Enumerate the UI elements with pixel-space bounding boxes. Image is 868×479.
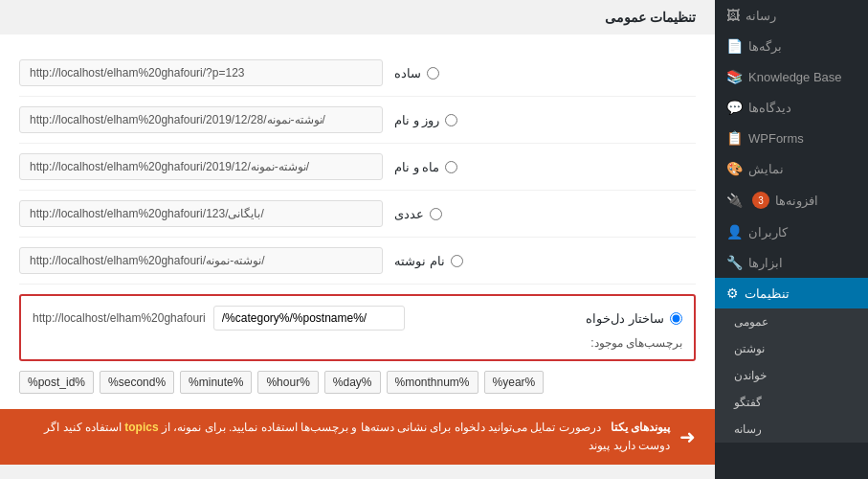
submenu-general-label: عمومی <box>734 315 768 329</box>
bottom-bar: ➜ پیوندهای یکتا درصورت تمایل می‌توانید د… <box>0 409 715 465</box>
tag-post-id[interactable]: %post_id% <box>19 371 94 394</box>
tag-monthnum[interactable]: %monthnum% <box>387 371 479 394</box>
sidebar-item-settings[interactable]: تنظیمات ⚙ <box>715 278 868 308</box>
permalink-row-simple: ساده http://localhost/elham%20ghafouri/?… <box>19 50 696 97</box>
media-icon: 🖼 <box>726 8 740 23</box>
tools-icon: 🔧 <box>726 255 743 270</box>
url-month-name: http://localhost/elham%20ghafouri/2019/1… <box>19 153 383 180</box>
url-simple: http://localhost/elham%20ghafouri/?p=123 <box>19 59 383 86</box>
sidebar-item-pages[interactable]: برگه‌ها 📄 <box>715 31 868 61</box>
tag-day[interactable]: %day% <box>324 371 381 394</box>
submenu-media-label: رسانه <box>734 422 762 436</box>
sidebar-item-label: نمایش <box>748 162 784 176</box>
dashboards-icon: 💬 <box>726 100 743 115</box>
sidebar-item-media[interactable]: رسانه 🖼 <box>715 0 868 31</box>
sidebar-item-label: برگه‌ها <box>748 39 782 54</box>
radio-simple[interactable] <box>427 67 439 80</box>
sidebar-item-label: کاربران <box>748 225 788 240</box>
settings-icon: ⚙ <box>726 285 739 301</box>
custom-row-top: ساختار دل‌خواه http://localhost/elham%20… <box>33 306 682 331</box>
sidebar-submenu-writing[interactable]: نوشتن <box>715 335 868 362</box>
tag-minute[interactable]: %minute% <box>180 371 252 394</box>
submenu-discussion-label: گفتگو <box>734 396 762 409</box>
sidebar-item-label: WPForms <box>748 131 804 146</box>
sidebar-item-label: Knowledge Base <box>748 70 842 84</box>
sidebar-item-label: تنظیمات <box>745 286 790 301</box>
sidebar-item-appearance[interactable]: نمایش 🎨 <box>715 153 868 184</box>
sidebar-item-wpforms[interactable]: WPForms 📋 <box>715 123 868 153</box>
label-simple: ساده <box>394 66 490 80</box>
sidebar-item-dashboards[interactable]: دیدگاه‌ها 💬 <box>715 92 868 123</box>
radio-post-name[interactable] <box>451 255 463 267</box>
label-month-name: ماه و نام <box>394 160 490 174</box>
tag-second[interactable]: %second% <box>100 371 174 394</box>
label-numeric: عددی <box>394 207 490 221</box>
radio-month-name[interactable] <box>445 161 457 173</box>
tags-row: %post_id% %second% %minute% %hour% %day%… <box>19 371 696 394</box>
sidebar-submenu-reading[interactable]: خواندن <box>715 362 868 389</box>
wpforms-icon: 📋 <box>726 130 743 146</box>
sidebar-item-label: ابزارها <box>748 256 783 270</box>
label-post-name: نام نوشته <box>394 254 490 268</box>
settings-submenu: عمومی نوشتن خواندن گفتگو رسانه <box>715 308 868 443</box>
page-title: تنظیمات عمومی <box>605 10 696 25</box>
radio-day-name[interactable] <box>445 114 457 126</box>
sidebar-submenu-discussion[interactable]: گفتگو <box>715 389 868 416</box>
submenu-writing-label: نوشتن <box>734 342 765 355</box>
main-content: تنظیمات عمومی ساده http://localhost/elha… <box>0 0 715 479</box>
url-day-name: http://localhost/elham%20ghafouri/2019/1… <box>19 106 383 133</box>
sidebar-item-plugins[interactable]: افزونه‌ها 3 🔌 <box>715 184 868 217</box>
settings-header: تنظیمات عمومی <box>0 0 715 34</box>
sidebar-item-label: افزونه‌ها <box>775 194 818 208</box>
sidebar-item-tools[interactable]: ابزارها 🔧 <box>715 247 868 278</box>
plugins-icon: 🔌 <box>726 193 743 208</box>
content-area: ساده http://localhost/elham%20ghafouri/?… <box>0 34 715 409</box>
bottom-text: پیوندهای یکتا درصورت تمایل می‌توانید دلخ… <box>19 419 670 455</box>
permalink-row-month-name: ماه و نام http://localhost/elham%20ghafo… <box>19 144 696 191</box>
sidebar-item-knowledge-base[interactable]: Knowledge Base 📚 <box>715 61 868 92</box>
available-tags-label: برچسب‌های موجود: <box>33 336 682 350</box>
sidebar-submenu-media[interactable]: رسانه <box>715 416 868 443</box>
submenu-reading-label: خواندن <box>734 369 767 382</box>
sidebar-item-label: دیدگاه‌ها <box>748 101 791 115</box>
custom-structure-row: ساختار دل‌خواه http://localhost/elham%20… <box>19 294 696 361</box>
pages-icon: 📄 <box>726 38 743 54</box>
sidebar: رسانه 🖼 برگه‌ها 📄 Knowledge Base 📚 دیدگا… <box>715 0 868 479</box>
permalink-row-post-name: نام نوشته http://localhost/elham%20ghafo… <box>19 238 696 285</box>
sidebar-item-label: رسانه <box>746 9 776 23</box>
appearance-icon: 🎨 <box>726 161 743 176</box>
sidebar-item-users[interactable]: کاربران 👤 <box>715 217 868 247</box>
permalink-row-day-name: روز و نام http://localhost/elham%20ghafo… <box>19 97 696 144</box>
plugins-badge: 3 <box>752 192 769 209</box>
users-icon: 👤 <box>726 224 743 240</box>
url-post-name: http://localhost/elham%20ghafouri/نوشته-… <box>19 247 383 274</box>
radio-custom[interactable] <box>670 312 682 325</box>
permalink-row-numeric: عددی http://localhost/elham%20ghafouri/ب… <box>19 191 696 238</box>
tag-year[interactable]: %year% <box>484 371 545 394</box>
custom-url-area: http://localhost/elham%20ghafouri <box>33 306 574 331</box>
sidebar-submenu-general[interactable]: عمومی <box>715 308 868 335</box>
arrow-icon: ➜ <box>679 425 696 448</box>
label-custom: ساختار دل‌خواه <box>586 311 682 326</box>
url-numeric: http://localhost/elham%20ghafouri/بایگان… <box>19 200 383 227</box>
label-day-name: روز و نام <box>394 113 490 127</box>
tag-hour[interactable]: %hour% <box>257 371 318 394</box>
knowledge-base-icon: 📚 <box>726 69 743 84</box>
custom-structure-input[interactable] <box>213 306 405 331</box>
base-url-display: http://localhost/elham%20ghafouri <box>33 311 206 325</box>
radio-numeric[interactable] <box>430 208 442 220</box>
